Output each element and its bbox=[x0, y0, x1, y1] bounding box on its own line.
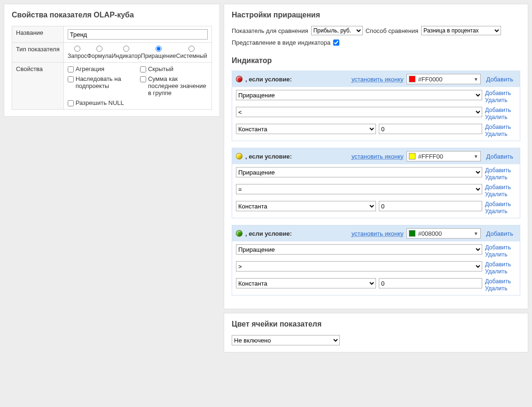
set-icon-link[interactable]: установить иконку bbox=[352, 153, 404, 160]
color-swatch bbox=[409, 76, 415, 82]
chk-inherit[interactable] bbox=[68, 76, 74, 82]
cond-text: , если условие: bbox=[245, 230, 292, 237]
indicator-ball-icon bbox=[236, 76, 243, 82]
row3-add-button[interactable]: Добавить bbox=[485, 278, 516, 285]
name-label: Название bbox=[12, 26, 64, 43]
set-icon-link[interactable]: установить иконку bbox=[352, 76, 404, 83]
color-picker[interactable]: #008000 ▼ bbox=[407, 228, 481, 239]
chevron-down-icon: ▼ bbox=[474, 154, 478, 159]
type-radio-2[interactable]: Индикатор bbox=[112, 46, 141, 59]
row1-add-button[interactable]: Добавить bbox=[485, 244, 516, 251]
row3-select[interactable]: Константа bbox=[236, 278, 376, 288]
name-input[interactable] bbox=[68, 29, 208, 40]
chevron-down-icon: ▼ bbox=[474, 77, 478, 82]
compare-select[interactable]: Прибыль, руб. bbox=[311, 26, 363, 35]
indicator-block-1: , если условие: установить иконку #FFFF0… bbox=[232, 148, 520, 218]
increment-settings-panel: Настройки приращения Показатель для срав… bbox=[224, 4, 528, 309]
color-swatch bbox=[409, 153, 415, 160]
row1-select[interactable]: Приращение bbox=[236, 167, 482, 177]
type-radio-label-1: Формула bbox=[87, 53, 111, 59]
chk-hidden-label: Скрытый bbox=[148, 65, 173, 72]
type-radio-label-3: Приращение bbox=[141, 53, 176, 59]
row1-add-button[interactable]: Добавить bbox=[485, 90, 516, 97]
chk-aggregation[interactable] bbox=[68, 66, 74, 72]
cond-text: , если условие: bbox=[245, 76, 292, 83]
color-picker[interactable]: #FFFF00 ▼ bbox=[407, 151, 481, 161]
row2-delete-button[interactable]: Удалить bbox=[485, 191, 516, 198]
row3-delete-button[interactable]: Удалить bbox=[485, 131, 516, 138]
chk-allow-null-label: Разрешить NULL bbox=[76, 99, 124, 106]
row2-select[interactable]: < bbox=[236, 107, 482, 117]
type-radio-0[interactable]: Запрос bbox=[68, 46, 87, 59]
indicator-repr-label: Представление в виде индикатора bbox=[232, 39, 330, 46]
header-add-button[interactable]: Добавить bbox=[484, 76, 516, 83]
cell-color-select[interactable]: Не включено bbox=[232, 335, 340, 345]
props-label: Свойства bbox=[12, 63, 64, 110]
row2-delete-button[interactable]: Удалить bbox=[485, 268, 516, 275]
type-radio-input-0[interactable] bbox=[74, 46, 80, 52]
type-radio-1[interactable]: Формула bbox=[87, 46, 111, 59]
row3-value-input[interactable] bbox=[379, 278, 482, 288]
indicator-section-title: Индикатор bbox=[232, 56, 520, 65]
chk-aggregation-label: Агрегация bbox=[76, 65, 104, 72]
chk-sum-last-label: Сумма как последнее значение в группе bbox=[148, 75, 208, 96]
type-radio-label-2: Индикатор bbox=[112, 53, 141, 59]
chk-allow-null[interactable] bbox=[68, 100, 74, 106]
type-radio-label-0: Запрос bbox=[68, 53, 87, 59]
chevron-down-icon: ▼ bbox=[474, 231, 478, 236]
type-label: Тип показателя bbox=[12, 43, 64, 63]
type-radio-input-2[interactable] bbox=[123, 46, 129, 52]
cell-color-title: Цвет ячейки показателя bbox=[232, 320, 520, 328]
row1-select[interactable]: Приращение bbox=[236, 90, 482, 100]
method-label: Способ сравнения bbox=[366, 27, 418, 34]
row1-add-button[interactable]: Добавить bbox=[485, 167, 516, 174]
header-add-button[interactable]: Добавить bbox=[484, 153, 516, 160]
row3-add-button[interactable]: Добавить bbox=[485, 124, 516, 131]
row3-add-button[interactable]: Добавить bbox=[485, 201, 516, 208]
row2-add-button[interactable]: Добавить bbox=[485, 184, 516, 191]
indicator-block-0: , если условие: установить иконку #FF000… bbox=[232, 71, 520, 141]
type-radio-input-4[interactable] bbox=[188, 46, 195, 52]
type-radio-3[interactable]: Приращение bbox=[141, 46, 176, 59]
color-code: #008000 bbox=[418, 230, 442, 237]
row3-select[interactable]: Константа bbox=[236, 201, 376, 211]
row1-select[interactable]: Приращение bbox=[236, 244, 482, 255]
row1-delete-button[interactable]: Удалить bbox=[485, 97, 516, 104]
type-radio-input-3[interactable] bbox=[156, 46, 162, 52]
row2-select[interactable]: = bbox=[236, 184, 482, 194]
row2-add-button[interactable]: Добавить bbox=[485, 107, 516, 114]
compare-label: Показатель для сравнения bbox=[232, 27, 308, 34]
row3-select[interactable]: Константа bbox=[236, 124, 376, 134]
set-icon-link[interactable]: установить иконку bbox=[352, 230, 404, 237]
olap-properties-title: Свойства показателя OLAP-куба bbox=[12, 11, 212, 19]
row3-delete-button[interactable]: Удалить bbox=[485, 285, 516, 292]
cell-color-panel: Цвет ячейки показателя Не включено bbox=[224, 313, 528, 352]
color-code: #FF0000 bbox=[418, 76, 443, 83]
indicator-repr-checkbox[interactable] bbox=[333, 40, 339, 46]
color-code: #FFFF00 bbox=[418, 153, 443, 160]
row1-delete-button[interactable]: Удалить bbox=[485, 251, 516, 258]
header-add-button[interactable]: Добавить bbox=[484, 230, 516, 237]
type-radio-label-4: Системный bbox=[176, 53, 207, 59]
color-swatch bbox=[409, 230, 415, 237]
olap-properties-panel: Свойства показателя OLAP-куба Название Т… bbox=[4, 4, 220, 117]
cond-text: , если условие: bbox=[245, 153, 292, 160]
row2-select[interactable]: > bbox=[236, 261, 482, 271]
increment-settings-title: Настройки приращения bbox=[232, 11, 520, 19]
row2-add-button[interactable]: Добавить bbox=[485, 261, 516, 268]
chk-hidden[interactable] bbox=[140, 66, 146, 72]
type-radio-input-1[interactable] bbox=[96, 46, 102, 52]
row3-value-input[interactable] bbox=[379, 124, 482, 134]
row1-delete-button[interactable]: Удалить bbox=[485, 174, 516, 181]
indicator-ball-icon bbox=[236, 230, 243, 237]
row3-delete-button[interactable]: Удалить bbox=[485, 208, 516, 215]
row2-delete-button[interactable]: Удалить bbox=[485, 114, 516, 121]
indicator-ball-icon bbox=[236, 153, 243, 160]
indicator-block-2: , если условие: установить иконку #00800… bbox=[232, 225, 520, 295]
row3-value-input[interactable] bbox=[379, 201, 482, 211]
chk-sum-last[interactable] bbox=[140, 76, 146, 82]
color-picker[interactable]: #FF0000 ▼ bbox=[407, 74, 481, 84]
type-radio-4[interactable]: Системный bbox=[176, 46, 207, 59]
method-select[interactable]: Разница в процентах bbox=[421, 26, 501, 35]
chk-inherit-label: Наследовать на подпроекты bbox=[76, 75, 135, 89]
